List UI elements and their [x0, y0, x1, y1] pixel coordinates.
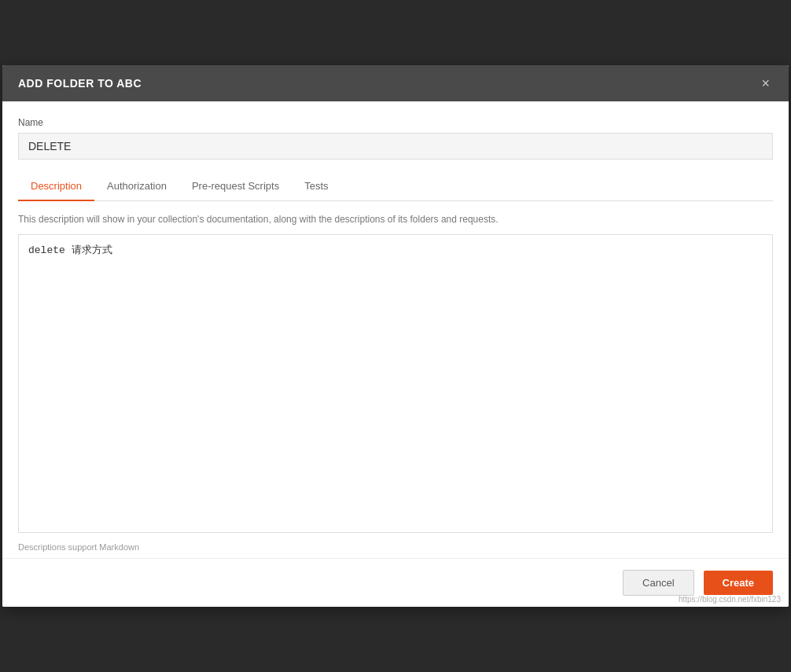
- tab-tests[interactable]: Tests: [292, 172, 340, 201]
- cancel-button[interactable]: Cancel: [623, 570, 694, 596]
- close-button[interactable]: ×: [758, 75, 773, 92]
- tab-pre-request-scripts[interactable]: Pre-request Scripts: [179, 172, 292, 201]
- modal-title: ADD FOLDER TO ABC: [18, 77, 142, 90]
- tab-description[interactable]: Description: [18, 172, 94, 201]
- name-input[interactable]: [18, 133, 773, 160]
- create-button[interactable]: Create: [704, 571, 773, 595]
- modal-header: ADD FOLDER TO ABC ×: [2, 65, 789, 101]
- description-hint: This description will show in your colle…: [18, 214, 773, 225]
- tab-authorization[interactable]: Authorization: [94, 172, 179, 201]
- tabs-bar: Description Authorization Pre-request Sc…: [18, 172, 773, 201]
- modal-overlay: ADD FOLDER TO ABC × Name Description Aut…: [0, 0, 791, 672]
- footer-url: https://blog.csdn.net/fxbin123: [679, 595, 781, 604]
- description-textarea[interactable]: delete 请求方式: [18, 234, 773, 533]
- name-label: Name: [18, 117, 773, 128]
- modal-dialog: ADD FOLDER TO ABC × Name Description Aut…: [2, 65, 789, 607]
- modal-body: Name Description Authorization Pre-reque…: [2, 101, 789, 558]
- markdown-note: Descriptions support Markdown: [18, 536, 773, 558]
- modal-footer: Cancel Create https://blog.csdn.net/fxbi…: [2, 558, 789, 607]
